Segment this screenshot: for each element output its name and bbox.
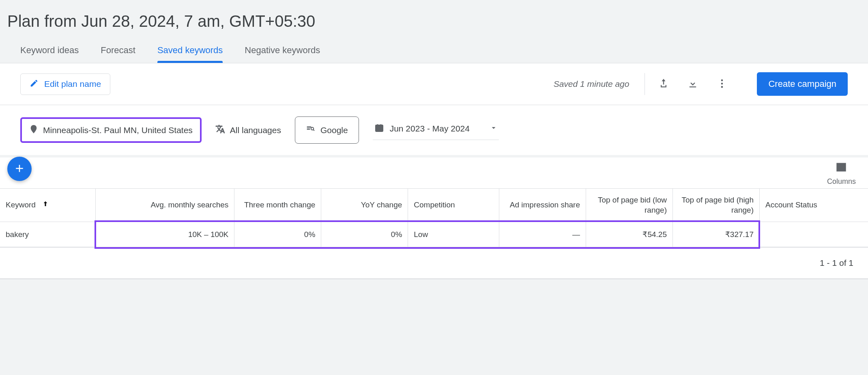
col-ad-impression[interactable]: Ad impression share [499,189,586,222]
table-row[interactable]: bakery 10K – 100K 0% 0% Low — ₹54.25 ₹32… [0,222,868,247]
page-title: Plan from Jun 28, 2024, 7 am, GMT+05:30 [0,0,868,39]
create-campaign-button[interactable]: Create campaign [757,72,848,96]
keywords-table: Keyword Avg. monthly searches Three mont… [0,188,868,247]
col-bid-high[interactable]: Top of page bid (high range) [672,189,759,222]
search-network-label: Google [320,125,348,135]
translate-icon [215,124,225,136]
cell-bid-high: ₹327.17 [672,222,759,247]
tab-keyword-ideas[interactable]: Keyword ideas [20,39,79,63]
tab-saved-keywords[interactable]: Saved keywords [157,39,223,63]
location-pin-icon [29,125,38,136]
language-filter[interactable]: All languages [215,124,281,136]
share-button[interactable] [653,73,674,95]
cell-keyword: bakery [0,222,95,247]
cell-competition: Low [408,222,499,247]
cell-avg-searches: 10K – 100K [95,222,234,247]
svg-line-5 [313,129,314,131]
date-range-filter[interactable]: Jun 2023 - May 2024 [373,121,499,140]
pencil-icon [30,79,39,90]
cell-bid-low: ₹54.25 [586,222,672,247]
svg-rect-10 [837,164,846,171]
language-filter-label: All languages [230,125,281,135]
date-range-label: Jun 2023 - May 2024 [390,124,470,134]
search-network-filter[interactable]: Google [295,116,359,144]
table-header-row: Keyword Avg. monthly searches Three mont… [0,189,868,222]
more-options-button[interactable] [711,73,733,95]
location-filter[interactable]: Minneapolis-St. Paul MN, United States [20,117,202,143]
svg-rect-6 [376,125,383,131]
columns-label: Columns [827,177,856,186]
search-settings-icon [306,124,316,136]
svg-point-3 [33,127,35,129]
svg-point-2 [721,86,723,88]
columns-button[interactable]: Columns [827,162,856,186]
divider [645,73,645,95]
edit-plan-name-label: Edit plan name [44,79,101,89]
cell-yoy: 0% [321,222,408,247]
svg-point-4 [311,127,314,130]
tab-forecast[interactable]: Forecast [101,39,135,63]
edit-plan-name-button[interactable]: Edit plan name [20,73,110,95]
col-competition[interactable]: Competition [408,189,499,222]
share-icon [658,78,669,91]
location-filter-label: Minneapolis-St. Paul MN, United States [43,125,193,135]
col-yoy[interactable]: YoY change [321,189,408,222]
download-icon [687,78,698,91]
cell-ad-impression: — [499,222,586,247]
cell-three-month: 0% [234,222,321,247]
col-bid-low[interactable]: Top of page bid (low range) [586,189,672,222]
plan-tabs: Keyword ideas Forecast Saved keywords Ne… [0,39,868,63]
more-vert-icon [716,78,728,91]
plan-toolbar: Edit plan name Saved 1 minute ago Create… [0,63,868,105]
calendar-icon [374,123,384,135]
col-three-month[interactable]: Three month change [234,189,321,222]
add-keyword-fab[interactable] [7,157,32,181]
plus-icon [13,162,26,176]
col-avg-searches[interactable]: Avg. monthly searches [95,189,234,222]
chevron-down-icon [490,124,497,134]
col-keyword-label: Keyword [6,200,36,209]
col-account-status[interactable]: Account Status [759,189,868,222]
filters-bar: Minneapolis-St. Paul MN, United States A… [0,105,868,155]
download-button[interactable] [682,73,703,95]
svg-point-0 [721,79,723,81]
table-pagination: 1 - 1 of 1 [0,247,868,278]
cell-account-status [759,222,868,247]
columns-icon [836,162,847,175]
sort-ascending-icon [42,200,49,210]
saved-status: Saved 1 minute ago [554,79,630,89]
keywords-table-section: Columns Keyword Avg. monthly searches Th… [0,157,868,279]
tab-negative-keywords[interactable]: Negative keywords [245,39,320,63]
svg-point-1 [721,82,723,84]
col-keyword[interactable]: Keyword [0,189,95,222]
